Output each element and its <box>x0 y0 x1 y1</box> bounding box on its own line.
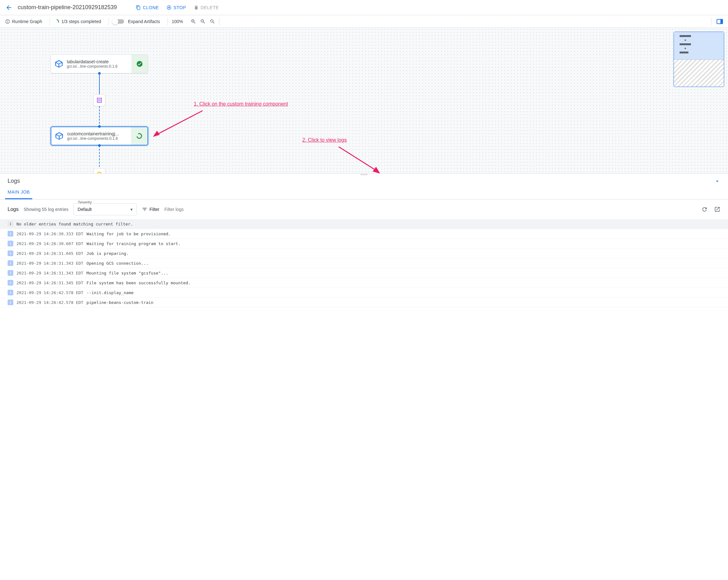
artifact-node[interactable] <box>94 94 105 106</box>
log-message: --init.display_name <box>86 290 134 295</box>
toggle-switch[interactable] <box>113 19 124 24</box>
log-row[interactable]: i2021-09-29 14:26:42.578 EDTpipeline-bea… <box>0 298 728 307</box>
logs-tabs: MAIN JOB <box>0 186 728 199</box>
collapse-logs-button[interactable] <box>714 178 721 184</box>
pipeline-canvas[interactable]: tabulardataset-create gcr.io/...line-com… <box>0 28 728 173</box>
chevron-down-icon <box>714 178 721 184</box>
svg-rect-10 <box>99 101 99 102</box>
info-badge-icon: i <box>7 241 13 246</box>
trash-icon <box>194 5 199 10</box>
node-status <box>131 55 148 73</box>
log-row[interactable]: i2021-09-29 14:26:31.343 EDTOpening GCS … <box>0 258 728 268</box>
zoom-fit-button[interactable] <box>210 19 215 24</box>
expand-artifacts-label: Expand Artifacts <box>128 19 160 24</box>
node-status <box>131 127 148 145</box>
minimap[interactable] <box>674 32 724 87</box>
zoom-level: 100% <box>172 19 187 24</box>
node-subtitle: gcr.io/...line-components:0.1.6 <box>67 136 131 141</box>
dataset-icon <box>96 97 103 103</box>
severity-value: Default <box>78 207 92 212</box>
arrow-2 <box>336 144 383 173</box>
node-tabulardataset-create[interactable]: tabulardataset-create gcr.io/...line-com… <box>51 54 148 73</box>
runtime-graph-label: Runtime Graph <box>12 19 42 24</box>
info-badge-icon: i <box>7 270 13 276</box>
logs-panel: Logs MAIN JOB Logs Showing 55 log entrie… <box>0 173 728 307</box>
minimap-outside <box>674 60 724 87</box>
svg-rect-9 <box>100 99 101 100</box>
svg-line-16 <box>339 147 376 171</box>
log-row[interactable]: i2021-09-29 14:26:30.607 EDTWaiting for … <box>0 239 728 249</box>
node-title: tabulardataset-create <box>67 59 131 64</box>
info-badge-icon: i <box>7 231 13 237</box>
arrow-back-icon <box>5 4 12 11</box>
log-row[interactable]: i2021-09-29 14:26:31.045 EDTJob is prepa… <box>0 249 728 258</box>
info-badge-icon: i <box>7 280 13 285</box>
progress-icon <box>54 19 59 24</box>
svg-line-14 <box>156 111 203 135</box>
filter-input[interactable] <box>164 207 212 212</box>
log-message: Waiting for training program to start. <box>86 241 180 246</box>
stop-icon <box>166 5 172 10</box>
delete-button[interactable]: DELETE <box>194 5 219 10</box>
filter-icon <box>142 206 148 212</box>
node-customcontainertraining[interactable]: customcontainertrainingj... gcr.io/...li… <box>51 127 148 145</box>
logs-title: Logs <box>7 178 20 184</box>
severity-select[interactable]: Default <box>73 203 137 215</box>
open-external-icon <box>714 206 721 213</box>
zoom-out-icon <box>200 19 206 24</box>
svg-point-5 <box>55 20 58 23</box>
log-timestamp: 2021-09-29 14:26:31.045 EDT <box>17 251 83 256</box>
zoom-out-button[interactable] <box>200 19 206 24</box>
node-subtitle: gcr.io/...line-components:0.1.6 <box>67 64 131 68</box>
filter-button[interactable]: Filter <box>142 206 159 212</box>
log-timestamp: 2021-09-29 14:26:30.333 EDT <box>17 231 83 236</box>
svg-point-12 <box>136 133 143 139</box>
port-in <box>98 125 101 128</box>
svg-marker-17 <box>373 167 380 173</box>
cube-icon <box>55 132 63 140</box>
stop-label: STOP <box>174 5 186 10</box>
page-title: custom-train-pipeline-20210929182539 <box>18 4 117 11</box>
side-panel-toggle[interactable] <box>717 19 723 24</box>
open-external-button[interactable] <box>714 206 721 213</box>
info-icon: i <box>7 221 13 227</box>
connector <box>99 73 100 95</box>
svg-point-6 <box>137 61 142 67</box>
zoom-value: 100% <box>172 19 183 24</box>
info-badge-icon: i <box>7 290 13 295</box>
annotation-1: 1. Click on the custom training componen… <box>194 101 288 107</box>
logs-label: Logs <box>7 206 19 212</box>
expand-artifacts-toggle[interactable]: Expand Artifacts <box>113 19 164 24</box>
back-button[interactable] <box>5 4 12 11</box>
tab-main-job[interactable]: MAIN JOB <box>5 186 32 199</box>
log-row[interactable]: i2021-09-29 14:26:31.345 EDTFile system … <box>0 278 728 288</box>
connector-dashed <box>99 106 100 127</box>
log-message: Job is preparing. <box>86 251 129 256</box>
svg-point-13 <box>97 172 101 173</box>
refresh-icon <box>701 206 708 213</box>
divider <box>219 18 219 25</box>
log-list: i No older entries found matching curren… <box>0 219 728 307</box>
info-badge-icon: i <box>7 300 13 305</box>
log-row[interactable]: i2021-09-29 14:26:30.333 EDTWaiting for … <box>0 229 728 239</box>
check-circle-icon <box>136 60 143 67</box>
log-row[interactable]: i2021-09-29 14:26:31.343 EDTMounting fil… <box>0 268 728 278</box>
svg-rect-11 <box>100 101 101 102</box>
stop-button[interactable]: STOP <box>166 5 186 10</box>
clone-button[interactable]: CLONE <box>136 5 159 10</box>
annotation-2: 2. Click to view logs <box>302 137 347 143</box>
log-message: pipeline-beans-custom-train <box>86 300 153 305</box>
toolbar: Runtime Graph 1/3 steps completed Expand… <box>0 15 728 28</box>
log-timestamp: 2021-09-29 14:26:31.343 EDT <box>17 261 83 266</box>
clone-label: CLONE <box>143 5 159 10</box>
log-row[interactable]: i2021-09-29 14:26:42.578 EDT--init.displ… <box>0 288 728 298</box>
runtime-graph-button[interactable]: Runtime Graph <box>5 19 46 24</box>
zoom-in-button[interactable] <box>190 19 196 24</box>
artifact-node-partial[interactable] <box>94 168 105 173</box>
pending-icon <box>96 171 103 173</box>
refresh-button[interactable] <box>701 206 708 213</box>
filter-label: Filter <box>149 207 159 212</box>
divider <box>50 18 50 25</box>
log-timestamp: 2021-09-29 14:26:42.578 EDT <box>17 290 83 295</box>
node-title: customcontainertrainingj... <box>67 131 131 136</box>
